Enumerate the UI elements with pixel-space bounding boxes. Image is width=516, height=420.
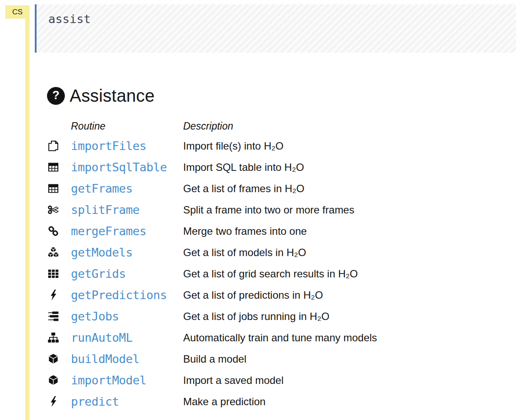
routine-description: Import file(s) into H₂O bbox=[183, 140, 507, 152]
table-row: getPredictions Get a list of predictions… bbox=[47, 284, 507, 306]
scissors-icon bbox=[47, 204, 59, 215]
routine-description: Import SQL table into H₂O bbox=[183, 161, 507, 173]
table-icon bbox=[47, 162, 59, 173]
cell-gutter-stripe bbox=[25, 5, 30, 420]
column-header-description: Description bbox=[183, 120, 507, 132]
cell-type-label: CS bbox=[12, 8, 23, 17]
table-row: runAutoML Automatically train and tune m… bbox=[47, 327, 507, 348]
grid-icon bbox=[47, 268, 59, 279]
routine-link[interactable]: splitFrame bbox=[71, 203, 183, 217]
routine-description: Get a list of jobs running in H₂O bbox=[183, 310, 507, 323]
routine-description: Get a list of frames in H₂O bbox=[183, 183, 507, 195]
routine-description: Get a list of models in H₂O bbox=[183, 247, 507, 259]
table-row: getFrames Get a list of frames in H₂O bbox=[47, 178, 507, 199]
routine-description: Build a model bbox=[183, 353, 507, 365]
table-row: getGrids Get a list of grid search resul… bbox=[47, 263, 507, 284]
routine-link[interactable]: getFrames bbox=[71, 182, 183, 195]
cell-output: ? Assistance Routine Description importF… bbox=[47, 86, 507, 412]
cubes-icon bbox=[47, 247, 59, 258]
routine-link[interactable]: importFiles bbox=[71, 139, 183, 153]
table-row: getModels Get a list of models in H₂O bbox=[47, 242, 507, 263]
routine-description: Merge two frames into one bbox=[183, 225, 507, 237]
routine-link[interactable]: getPredictions bbox=[71, 288, 183, 302]
routine-description: Get a list of grid search results in H₂O bbox=[183, 268, 507, 280]
routine-link[interactable]: importModel bbox=[71, 373, 183, 387]
cube-icon bbox=[47, 353, 59, 364]
routine-link[interactable]: buildModel bbox=[71, 352, 183, 366]
cell-type-badge: CS bbox=[5, 5, 30, 19]
routine-link[interactable]: getGrids bbox=[71, 267, 183, 280]
column-header-routine: Routine bbox=[71, 120, 183, 132]
routine-description: Split a frame into two or more frames bbox=[183, 204, 507, 216]
routine-link[interactable]: mergeFrames bbox=[71, 224, 183, 238]
assist-table: Routine Description importFiles Import f… bbox=[47, 117, 507, 412]
table-row: importModel Import a saved model bbox=[47, 370, 507, 391]
routine-link[interactable]: getModels bbox=[71, 246, 183, 259]
routine-description: Automatically train and tune many models bbox=[183, 332, 507, 344]
table-row: splitFrame Split a frame into two or mor… bbox=[47, 199, 507, 220]
table-icon bbox=[47, 183, 59, 194]
routine-link[interactable]: getJobs bbox=[71, 310, 183, 323]
bolt-icon bbox=[47, 290, 59, 300]
table-row: importSqlTable Import SQL table into H₂O bbox=[47, 157, 507, 178]
table-row: predict Make a prediction bbox=[47, 391, 507, 412]
routine-link[interactable]: predict bbox=[71, 395, 183, 408]
copy-icon bbox=[47, 140, 59, 151]
bolt-icon bbox=[47, 396, 59, 407]
link-icon bbox=[47, 226, 59, 237]
routine-description: Import a saved model bbox=[183, 374, 507, 387]
routine-description: Make a prediction bbox=[183, 396, 507, 408]
table-row: mergeFrames Merge two frames into one bbox=[47, 220, 507, 242]
table-row: getJobs Get a list of jobs running in H₂… bbox=[47, 306, 507, 327]
routine-link[interactable]: runAutoML bbox=[71, 331, 183, 344]
table-row: importFiles Import file(s) into H₂O bbox=[47, 135, 507, 157]
code-cell[interactable]: assist bbox=[35, 4, 516, 53]
assistance-heading: ? Assistance bbox=[47, 86, 507, 106]
question-circle-icon: ? bbox=[47, 87, 65, 105]
table-row: buildModel Build a model bbox=[47, 348, 507, 370]
sitemap-icon bbox=[47, 332, 59, 343]
tasks-icon bbox=[47, 311, 59, 322]
routine-description: Get a list of predictions in H₂O bbox=[183, 289, 507, 301]
page-title: Assistance bbox=[70, 86, 154, 106]
code-input[interactable]: assist bbox=[37, 4, 516, 26]
table-header-row: Routine Description bbox=[47, 117, 507, 135]
cube-icon bbox=[47, 375, 59, 386]
table-body: importFiles Import file(s) into H₂O impo… bbox=[47, 135, 507, 412]
routine-link[interactable]: importSqlTable bbox=[71, 160, 183, 174]
